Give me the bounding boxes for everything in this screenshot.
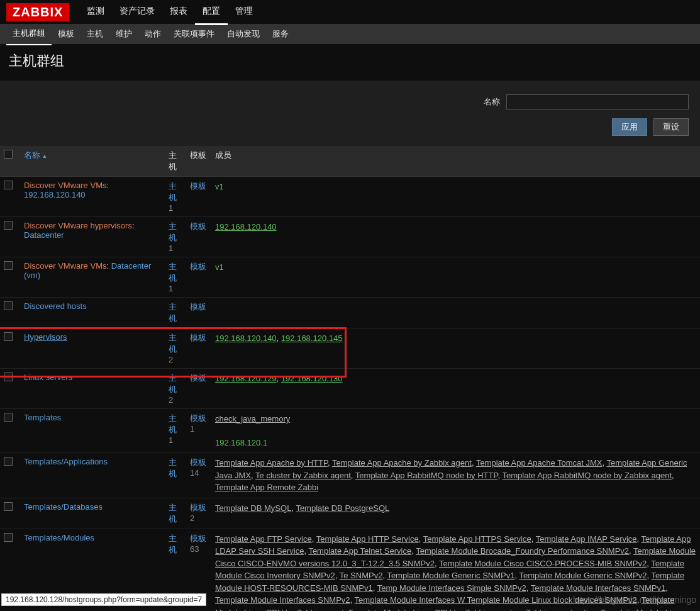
member-link[interactable]: Template Module Linux CPU by Zabbix agen… <box>348 608 597 612</box>
row-checkbox[interactable] <box>4 301 13 310</box>
templates-link[interactable]: 模板 <box>190 503 206 512</box>
member-link[interactable]: Template Module Interfaces SNMPv1 <box>531 583 666 593</box>
filter-name-input[interactable] <box>506 94 689 109</box>
group-name-link[interactable]: Discover VMware hypervisors <box>24 221 132 230</box>
hosts-link[interactable]: 主机 <box>169 503 177 524</box>
templates-link[interactable]: 模板 <box>190 181 206 191</box>
group-name-link[interactable]: Templates/Applications <box>24 457 108 466</box>
member-link[interactable]: Template App Remote Zabbi <box>215 483 318 492</box>
mainnav-item[interactable]: 资产记录 <box>112 0 162 25</box>
mainnav-item[interactable]: 监测 <box>79 0 112 25</box>
templates-link[interactable]: 模板 <box>190 302 206 311</box>
subnav-item[interactable]: 关联项事件 <box>167 23 221 45</box>
reset-button[interactable]: 重设 <box>653 118 689 136</box>
member-link[interactable]: Template App Apache by Zabbix agent <box>332 458 472 468</box>
member-link[interactable]: check_java_memory <box>215 414 290 423</box>
member-link[interactable]: Template App IMAP Service <box>536 534 637 544</box>
subnav-item[interactable]: 动作 <box>138 23 167 45</box>
member-link[interactable]: Template Module Cisco CISCO-PROCESS-MIB … <box>439 559 647 568</box>
group-name-link[interactable]: Hypervisors <box>24 332 67 342</box>
member-link[interactable]: Temp Module Interfaces Simple SNMPv2 <box>377 583 526 593</box>
group-name-link[interactable]: 192.168.120.140 <box>24 190 86 199</box>
hosts-link[interactable]: 主机 <box>169 181 177 202</box>
subnav-item[interactable]: 主机群组 <box>6 23 52 45</box>
templates-link[interactable]: 模板 <box>190 457 206 467</box>
group-name-link[interactable]: Templates <box>24 413 61 422</box>
row-checkbox[interactable] <box>4 533 13 542</box>
member-link[interactable]: 192.168.120.130 <box>281 374 343 383</box>
templates-link[interactable]: 模板 <box>190 262 206 271</box>
group-name-link[interactable]: Discover VMware VMs <box>24 181 106 190</box>
templates-link[interactable]: 模板 <box>190 333 206 342</box>
subnav-item[interactable]: 模板 <box>52 23 81 45</box>
member-link[interactable]: Template App RabbitMQ node by Zabbix age… <box>502 471 672 480</box>
mainnav-item[interactable]: 管理 <box>228 0 260 25</box>
member-link[interactable]: Te SNMPv2 <box>340 571 383 580</box>
group-name-link[interactable]: Linux servers <box>24 373 72 382</box>
main-nav: 监测资产记录报表配置管理 <box>79 0 260 25</box>
member-link[interactable]: Template Module Generic SNMPv1 <box>387 571 514 580</box>
group-name-link[interactable]: Discovered hosts <box>24 301 87 311</box>
hostgroups-table: 名称 主机 模板 成员 Discover VMware VMs: 192.168… <box>0 146 700 611</box>
member-link[interactable]: v1 <box>215 262 224 272</box>
topbar: ZABBIX 监测资产记录报表配置管理 <box>0 0 700 24</box>
group-name-link[interactable]: Templates/Modules <box>24 533 94 542</box>
member-link[interactable]: Template App RabbitMQ node by HTTP <box>355 471 498 480</box>
table-body: Discover VMware VMs: 192.168.120.140主机 1… <box>0 177 700 612</box>
mainnav-item[interactable]: 配置 <box>195 0 228 25</box>
row-checkbox[interactable] <box>4 261 13 270</box>
hosts-link[interactable]: 主机 <box>169 221 177 242</box>
member-link[interactable]: Template App Apache by HTTP <box>215 458 328 468</box>
row-checkbox[interactable] <box>4 502 13 511</box>
sub-nav: 主机群组模板主机维护动作关联项事件自动发现服务 <box>0 24 700 44</box>
member-link[interactable]: 192.168.120.140 <box>215 334 277 343</box>
member-link[interactable]: Template Module Generic SNMPv2 <box>519 571 647 580</box>
member-link[interactable]: Template App HTTPS Service <box>423 534 531 544</box>
templates-link[interactable]: 模板 <box>190 221 206 231</box>
member-link[interactable]: Template App HTTP Service <box>316 534 419 544</box>
templates-link[interactable]: 模板 <box>190 373 206 383</box>
table-row: Templates主机 1模板 1check_java_memory192.16… <box>0 409 700 453</box>
hosts-link[interactable]: 主机 <box>169 333 177 354</box>
apply-button[interactable]: 应用 <box>612 118 647 136</box>
group-name-link[interactable]: Discover VMware VMs <box>24 261 106 271</box>
group-name-link[interactable]: Datacenter <box>24 230 64 240</box>
hosts-link[interactable]: 主机 <box>169 302 177 323</box>
row-checkbox[interactable] <box>4 332 13 341</box>
member-link[interactable]: 192.168.120.1 <box>215 438 267 447</box>
select-all-checkbox[interactable] <box>4 150 13 159</box>
hosts-link[interactable]: 主机 <box>169 262 177 283</box>
hosts-link[interactable]: 主机 <box>169 457 177 478</box>
row-checkbox[interactable] <box>4 373 13 381</box>
hosts-link[interactable]: 主机 <box>169 534 177 554</box>
hosts-link[interactable]: 主机 <box>169 373 177 394</box>
templates-link[interactable]: 模板 <box>190 534 206 543</box>
member-link[interactable]: Template Module Interfaces SNMPv2 <box>215 595 350 605</box>
row-checkbox[interactable] <box>4 181 13 189</box>
row-checkbox[interactable] <box>4 457 13 466</box>
member-link[interactable]: 192.168.120.140 <box>215 222 277 232</box>
subnav-item[interactable]: 维护 <box>109 23 138 45</box>
subnav-item[interactable]: 主机 <box>81 23 109 45</box>
logo[interactable]: ZABBIX <box>6 3 69 21</box>
member-link[interactable]: Template DB PostgreSQL <box>296 503 389 513</box>
header-name[interactable]: 名称 <box>20 146 165 177</box>
member-link[interactable]: Template App FTP Service <box>215 534 312 544</box>
member-link[interactable]: 192.168.120.145 <box>281 334 343 343</box>
row-checkbox[interactable] <box>4 221 13 230</box>
hosts-link[interactable]: 主机 <box>169 413 177 434</box>
subnav-item[interactable]: 服务 <box>266 23 295 45</box>
member-link[interactable]: Template App Apache Tomcat JMX <box>476 458 603 468</box>
member-link[interactable]: v1 <box>215 182 224 191</box>
table-row: Templates/Applications主机模板 14Template Ap… <box>0 453 700 498</box>
subnav-item[interactable]: 自动发现 <box>221 23 266 45</box>
templates-link[interactable]: 模板 <box>190 413 206 423</box>
member-link[interactable]: Te cluster by Zabbix agent <box>255 471 351 480</box>
group-name-link[interactable]: Templates/Databases <box>24 502 103 512</box>
row-checkbox[interactable] <box>4 413 13 422</box>
member-link[interactable]: 192.168.120.129 <box>215 374 277 383</box>
mainnav-item[interactable]: 报表 <box>162 0 195 25</box>
member-link[interactable]: Template App Telnet Service <box>308 546 411 556</box>
member-link[interactable]: Template Module Brocade_Foundry Performa… <box>416 546 629 556</box>
member-link[interactable]: Template DB MySQL <box>215 503 291 513</box>
